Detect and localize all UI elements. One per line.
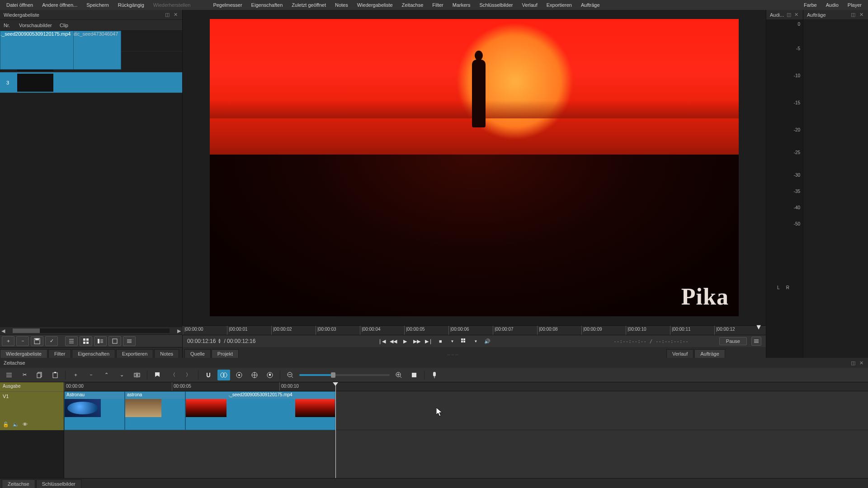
lock-icon[interactable]: 🔓: [3, 422, 9, 427]
tab-playlist[interactable]: Wiedergabeliste: [0, 349, 47, 358]
tab-filter[interactable]: Filter: [48, 349, 71, 358]
video-track-v1[interactable]: Astronau astrona ._seed2009005309120175.…: [64, 391, 868, 430]
save-button[interactable]: [31, 336, 43, 346]
menu-audio[interactable]: Audio: [821, 0, 843, 10]
tab-jobs[interactable]: Aufträge: [694, 349, 725, 358]
undock-icon[interactable]: ◫: [850, 360, 856, 366]
col-clip[interactable]: Clip: [56, 23, 182, 28]
view-grid-button[interactable]: [80, 336, 92, 346]
menu-jobs[interactable]: Aufträge: [576, 0, 604, 10]
playlist-row-selected[interactable]: 3 ._seed2009005309120175.mp4: [0, 72, 182, 93]
tab-keyframes[interactable]: Schlüsselbilder: [36, 479, 81, 488]
prev-marker-button[interactable]: 〈: [166, 370, 179, 380]
menu-properties[interactable]: Eigenschaften: [247, 0, 288, 10]
remove-button[interactable]: －: [85, 370, 97, 380]
tab-timeline[interactable]: Zeitachse: [2, 479, 35, 488]
zoom-fit-button[interactable]: [408, 370, 420, 380]
split-button[interactable]: [131, 370, 143, 380]
grip-handle[interactable]: ┈┈┈: [240, 352, 666, 358]
marker-button[interactable]: [151, 370, 164, 380]
dropdown-icon[interactable]: ▼: [471, 337, 481, 346]
menu-timeline[interactable]: Zeitachse: [397, 0, 428, 10]
append-button[interactable]: ＋: [69, 370, 82, 380]
menu-pegelmeter[interactable]: Pegelmesser: [208, 0, 246, 10]
menu-markers[interactable]: Markers: [448, 0, 475, 10]
current-timecode[interactable]: 00:00:12:16: [187, 338, 216, 344]
record-audio-button[interactable]: [428, 370, 441, 380]
menu-history[interactable]: Verlauf: [517, 0, 542, 10]
dropdown-icon[interactable]: ▼: [447, 337, 457, 346]
view-detail-button[interactable]: [94, 336, 107, 346]
scroll-right-icon[interactable]: ▶: [176, 328, 182, 334]
menu-color[interactable]: Farbe: [799, 0, 821, 10]
overwrite-button[interactable]: ⌄: [115, 370, 128, 380]
skip-end-button[interactable]: ▶❘: [424, 337, 434, 346]
grid-toggle-button[interactable]: [459, 337, 469, 346]
menu-file-open[interactable]: Datei öffnen: [2, 0, 38, 10]
preview-time-ruler[interactable]: ▼ |00:00:00|00:00:01|00:00:02|00:00:03|0…: [183, 325, 766, 335]
tab-export[interactable]: Exportieren: [116, 349, 153, 358]
lift-button[interactable]: ⌃: [100, 370, 113, 380]
stop-button[interactable]: ■: [435, 337, 445, 346]
skip-start-button[interactable]: ❘◀: [377, 337, 387, 346]
mute-icon[interactable]: 🔈: [13, 422, 19, 427]
timeline-clip[interactable]: astrona: [125, 391, 185, 430]
undock-icon[interactable]: ◫: [850, 12, 856, 18]
undock-icon[interactable]: ◫: [786, 12, 792, 18]
close-icon[interactable]: ✕: [858, 12, 864, 18]
menu-save[interactable]: Speichern: [82, 0, 113, 10]
close-icon[interactable]: ✕: [172, 12, 179, 18]
tab-properties[interactable]: Eigenschaften: [72, 349, 115, 358]
fast-forward-button[interactable]: ▶▶: [412, 337, 422, 346]
timeline-tracks-area[interactable]: 00:00:00 00:00:05 00:00:10 Astronau astr…: [64, 382, 868, 478]
ripple-button[interactable]: [233, 370, 245, 380]
menu-playlist[interactable]: Wiedergabeliste: [353, 0, 397, 10]
timeline-ruler[interactable]: 00:00:00 00:00:05 00:00:10: [64, 382, 868, 391]
menu-export[interactable]: Exportieren: [542, 0, 576, 10]
close-icon[interactable]: ✕: [858, 360, 864, 366]
tl-menu-button[interactable]: [3, 370, 15, 380]
timeline-clip[interactable]: ._seed2009005309120175.mp4: [185, 391, 335, 430]
ripple-all-button[interactable]: [248, 370, 261, 380]
menu-player[interactable]: Player: [843, 0, 866, 10]
timeline-clip[interactable]: Astronau: [64, 391, 125, 430]
paste-button[interactable]: [49, 370, 61, 380]
playlist-hscrollbar[interactable]: ◀ ▶: [0, 327, 182, 334]
hide-icon[interactable]: 👁: [23, 422, 28, 427]
menu-undo[interactable]: Rückgängig: [113, 0, 149, 10]
snap-button[interactable]: [202, 370, 215, 380]
close-icon[interactable]: ✕: [793, 12, 799, 18]
pause-button[interactable]: Pause: [719, 337, 747, 345]
playhead-line[interactable]: [335, 382, 336, 478]
audio-meter[interactable]: 0 -5 -10 -15 -20 -25 -30 -35 -40 -50 L R: [766, 20, 803, 358]
more-menu-button[interactable]: [123, 336, 136, 346]
volume-button[interactable]: 🔊: [482, 337, 492, 346]
preview-viewport[interactable]: Pika: [183, 10, 766, 325]
menu-keyframes[interactable]: Schlüsselbilder: [475, 0, 517, 10]
copy-button[interactable]: [33, 370, 46, 380]
add-button[interactable]: ＋: [2, 336, 14, 346]
ripple-markers-button[interactable]: [264, 370, 276, 380]
playhead-end-marker-icon[interactable]: ▼: [755, 323, 762, 331]
menu-filter[interactable]: Filter: [428, 0, 448, 10]
zoom-in-button[interactable]: [392, 370, 405, 380]
view-tile-button[interactable]: [108, 336, 121, 346]
tab-notes[interactable]: Notes: [154, 349, 179, 358]
undock-icon[interactable]: ◫: [164, 12, 170, 18]
scrub-button[interactable]: [217, 370, 230, 380]
tab-source[interactable]: Quelle: [184, 349, 211, 358]
col-thumb[interactable]: Vorschaubilder: [15, 23, 56, 28]
view-list-button[interactable]: [65, 336, 78, 346]
transport-menu-button[interactable]: [751, 337, 761, 346]
zoom-slider[interactable]: [299, 374, 390, 376]
rewind-button[interactable]: ◀◀: [388, 337, 398, 346]
col-nr[interactable]: Nr.: [0, 23, 15, 28]
tab-history[interactable]: Verlauf: [666, 349, 693, 358]
menu-other-open[interactable]: Andere öffnen...: [38, 0, 82, 10]
remove-button[interactable]: －: [16, 336, 29, 346]
tab-project[interactable]: Projekt: [212, 349, 239, 358]
check-button[interactable]: ✓: [45, 336, 58, 346]
output-track-header[interactable]: Ausgabe: [0, 382, 64, 391]
next-marker-button[interactable]: 〉: [182, 370, 194, 380]
cut-button[interactable]: ✂: [18, 370, 31, 380]
